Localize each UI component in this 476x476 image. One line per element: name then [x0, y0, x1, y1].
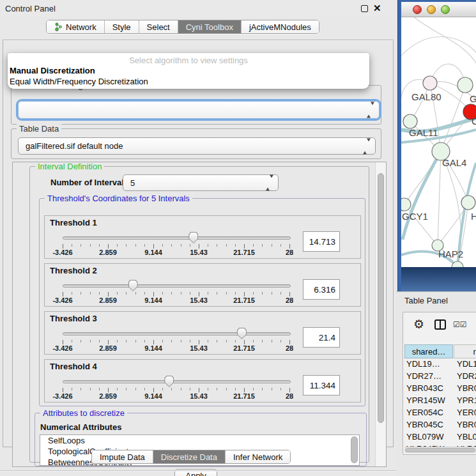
- panel-title: Control Panel: [5, 4, 56, 13]
- table-row[interactable]: YBR045CYBR0: [404, 420, 476, 432]
- slider-major-ticks: [63, 340, 291, 344]
- node-label: C: [472, 116, 476, 127]
- close-traffic-light-icon[interactable]: [413, 5, 422, 14]
- popup-hint-text: Select algorithm to view settings: [8, 56, 369, 65]
- threshold-value-field[interactable]: [303, 327, 340, 348]
- zoom-traffic-light-icon[interactable]: [441, 5, 450, 14]
- combo-arrows-icon: [367, 105, 374, 115]
- cell-shared-name: YDL19…: [406, 359, 454, 369]
- table-row[interactable]: YBL079WYBL0: [404, 432, 476, 444]
- attributes-list-scrollbar[interactable]: [351, 436, 358, 463]
- slider-track[interactable]: [63, 284, 291, 288]
- vertical-scrollbar[interactable]: [375, 162, 386, 466]
- table-row[interactable]: YPR145WYPR1: [404, 395, 476, 408]
- cell-shared-name: YDR27…: [406, 371, 454, 381]
- tick-label: 21.715: [233, 392, 255, 400]
- footer-divider: [0, 470, 396, 472]
- horizontal-scrollbar[interactable]: [404, 447, 476, 453]
- threshold-value-field[interactable]: [303, 375, 340, 395]
- minimize-traffic-light-icon[interactable]: [427, 5, 436, 14]
- slider-track[interactable]: [63, 332, 291, 335]
- interval-definition-legend: Interval Definition: [35, 162, 104, 171]
- algorithm-combobox[interactable]: [18, 101, 380, 119]
- cell-name: YBR0: [457, 420, 476, 429]
- cell-name: YBR0: [457, 383, 476, 393]
- split-columns-icon[interactable]: [434, 319, 446, 330]
- table-panel: Table Panel ⚙ ☑☑ shared… na YDL19…YDL1YD…: [396, 291, 476, 476]
- float-window-icon[interactable]: [361, 5, 368, 12]
- node-label: GAL4: [442, 157, 466, 168]
- slider-thumb[interactable]: [164, 376, 174, 387]
- node-gal11[interactable]: [403, 114, 417, 128]
- cell-name: YDL1: [457, 359, 476, 369]
- right-column: GAL80 GA C GAL11 GAL4 GCY1 H HAP2 Table …: [396, 0, 476, 476]
- popup-item-equal-width-frequency[interactable]: Equal Width/Frequency Discretization: [10, 77, 148, 86]
- tab-jactivemnodules[interactable]: jActiveMNodules: [241, 20, 319, 33]
- close-icon[interactable]: ✕: [373, 3, 381, 14]
- network-window-bottom-frame: [401, 267, 476, 291]
- tick-label: 9.144: [144, 296, 162, 304]
- tab-infer-network[interactable]: Infer Network: [225, 450, 290, 463]
- threshold-value-field[interactable]: [303, 231, 340, 252]
- node-label: GAL80: [411, 91, 441, 102]
- gear-icon[interactable]: ⚙: [413, 317, 424, 332]
- tab-style[interactable]: Style: [104, 20, 139, 33]
- cell-name: YER0: [457, 408, 476, 417]
- slider-thumb[interactable]: [237, 328, 247, 339]
- column-header-shared-name[interactable]: shared…: [404, 344, 453, 358]
- tab-label: Style: [112, 22, 131, 32]
- tick-label: -3.426: [52, 249, 72, 256]
- network-graph: GAL80 GA C GAL11 GAL4 GCY1 H HAP2: [401, 17, 476, 267]
- tick-label: -3.426: [52, 296, 72, 304]
- table-data-combobox[interactable]: galFiltered.sif default node: [18, 137, 376, 155]
- tick-label: 9.144: [144, 344, 162, 352]
- cyni-toolbox-panel: Discretization Algorithm Table Data galF…: [3, 40, 394, 447]
- node-gcy1[interactable]: [401, 198, 411, 211]
- threshold-label: Threshold 2: [50, 266, 97, 275]
- node-gal80[interactable]: [423, 76, 437, 90]
- cell-shared-name: YBR043C: [406, 383, 454, 393]
- node-gal3[interactable]: [457, 77, 473, 93]
- node-label: GAL11: [409, 127, 438, 138]
- slider-thumb[interactable]: [128, 280, 138, 291]
- slider-track[interactable]: [63, 236, 291, 240]
- network-window-titlebar[interactable]: [401, 2, 476, 17]
- network-view-window: GAL80 GA C GAL11 GAL4 GCY1 H HAP2: [397, 0, 476, 291]
- table-rows: YDL19…YDL1YDR27…YDR2YBR043CYBR0YPR145WYP…: [404, 359, 476, 447]
- tab-network[interactable]: Network: [47, 20, 104, 33]
- tab-label: Infer Network: [233, 452, 282, 462]
- popup-item-manual-discretization[interactable]: Manual Discretization: [10, 66, 95, 75]
- tick-label: 21.715: [233, 296, 255, 304]
- table-row[interactable]: YDR27…YDR2: [404, 371, 476, 383]
- attribute-list-item[interactable]: SelfLoops: [40, 435, 359, 446]
- slider-track[interactable]: [63, 380, 291, 383]
- network-canvas[interactable]: GAL80 GA C GAL11 GAL4 GCY1 H HAP2: [401, 17, 476, 267]
- algorithm-dropdown-popup: Select algorithm to view settings Manual…: [8, 53, 369, 89]
- thresholds-group: Threshold's Coordinates for 5 Intervals …: [39, 198, 365, 406]
- tick-label: 28: [286, 344, 293, 352]
- tab-discretize-data[interactable]: Discretize Data: [153, 450, 225, 463]
- vertical-scrollbar-thumb[interactable]: [378, 173, 384, 423]
- node-label: GA: [470, 93, 476, 104]
- column-header-name[interactable]: na: [454, 344, 476, 358]
- tab-label: Select: [147, 22, 170, 32]
- node-h[interactable]: [461, 196, 475, 210]
- tab-label: Network: [66, 22, 96, 32]
- slider-thumb[interactable]: [188, 232, 198, 243]
- threshold-panel-1: Threshold 1-3.4262.8599.14415.4321.71528: [44, 215, 361, 259]
- table-row[interactable]: YBR043CYBR0: [404, 383, 476, 395]
- tab-impute-data[interactable]: Impute Data: [92, 450, 153, 463]
- threshold-value-field[interactable]: [303, 279, 340, 300]
- horizontal-scrollbar-thumb[interactable]: [405, 448, 475, 452]
- tick-label: 21.715: [233, 249, 255, 256]
- tab-select[interactable]: Select: [139, 20, 178, 33]
- table-row[interactable]: YDL19…YDL1: [404, 359, 476, 371]
- table-row[interactable]: YER054CYER0: [404, 408, 476, 420]
- bottom-tab-bar: Impute DataDiscretize DataInfer Network: [91, 450, 291, 464]
- cell-shared-name: YBR045C: [406, 420, 454, 429]
- tab-cyni-toolbox[interactable]: Cyni Toolbox: [178, 20, 241, 33]
- number-of-intervals-combobox[interactable]: 5: [123, 174, 279, 191]
- checkboxes-icon[interactable]: ☑☑: [453, 320, 467, 329]
- tick-label: 15.43: [190, 344, 208, 352]
- threshold-label: Threshold 3: [50, 314, 97, 323]
